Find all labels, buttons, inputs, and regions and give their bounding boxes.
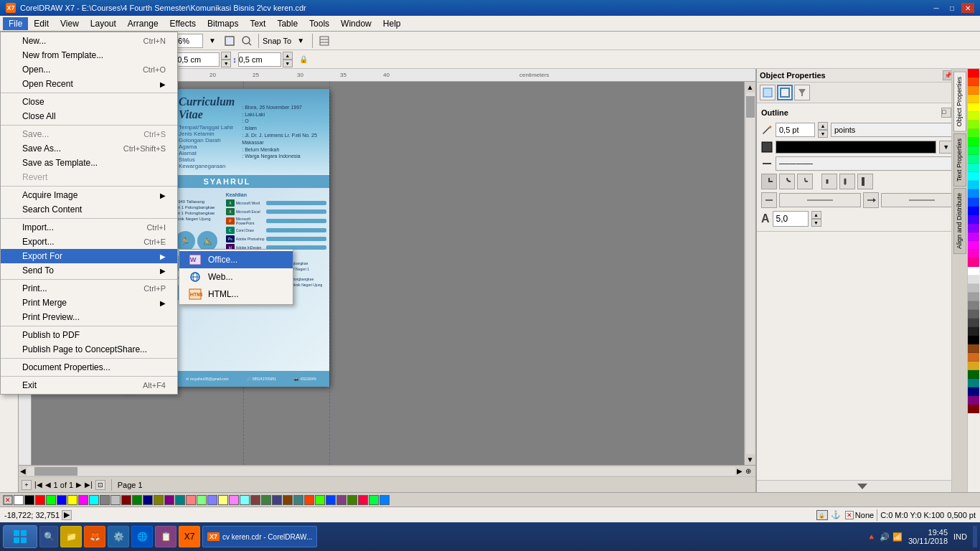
corner-miter-btn[interactable] xyxy=(761,174,777,189)
scroll-thumb[interactable] xyxy=(746,96,755,118)
scroll-right-btn[interactable]: ▶ xyxy=(737,467,743,475)
menu-save[interactable]: Save... Ctrl+S xyxy=(1,127,177,141)
file-explorer-btn[interactable]: 📁 xyxy=(60,526,82,547)
y-down[interactable]: ▼ xyxy=(283,60,293,67)
snap-dropdown-btn[interactable]: ▼ xyxy=(293,33,308,49)
palette-swatch[interactable] xyxy=(380,495,390,505)
show-desktop-btn[interactable] xyxy=(973,526,977,547)
menu-bitmaps[interactable]: Bitmaps xyxy=(202,17,244,30)
lock-btn[interactable]: 🔒 xyxy=(296,52,311,67)
palette-swatch[interactable] xyxy=(186,495,196,505)
palette-swatch[interactable] xyxy=(89,495,99,505)
zoom-reset-btn[interactable]: ⊕ xyxy=(743,467,754,475)
color-swatch[interactable] xyxy=(968,353,979,362)
y-input[interactable] xyxy=(238,52,281,67)
options-btn1[interactable] xyxy=(316,33,332,49)
color-swatch[interactable] xyxy=(968,344,979,353)
search-taskbar-btn[interactable]: 🔍 xyxy=(39,526,58,547)
arrow-none-end-btn[interactable] xyxy=(863,192,879,208)
menu-send-to[interactable]: Send To ▶ xyxy=(1,263,177,278)
corner-round-btn[interactable] xyxy=(779,174,795,189)
cap-round-btn[interactable] xyxy=(839,174,855,189)
color-swatch[interactable] xyxy=(968,155,979,164)
expand-btn[interactable] xyxy=(757,480,967,492)
menu-print-preview[interactable]: Print Preview... xyxy=(1,310,177,324)
settings-btn[interactable]: ⚙️ xyxy=(108,526,129,547)
start-btn[interactable] xyxy=(3,525,37,548)
menu-print[interactable]: Print... Ctrl+P xyxy=(1,281,177,296)
arrow-end-select[interactable] xyxy=(881,193,963,207)
corner-bevel-btn[interactable] xyxy=(797,174,813,189)
palette-swatch[interactable] xyxy=(218,495,228,505)
outline-unit-select[interactable]: points xyxy=(831,123,963,137)
tray-icon2[interactable]: 🔊 xyxy=(880,532,890,542)
palette-swatch[interactable] xyxy=(369,495,379,505)
color-swatch[interactable] xyxy=(968,77,979,86)
color-swatch[interactable] xyxy=(968,250,979,258)
menu-search-content[interactable]: Search Content xyxy=(1,202,177,217)
color-swatch[interactable] xyxy=(968,112,979,121)
palette-swatch[interactable] xyxy=(121,495,131,505)
color-swatch[interactable] xyxy=(968,293,979,301)
vtab-align[interactable]: Align and Distribute xyxy=(953,188,966,254)
notes-btn[interactable]: 📋 xyxy=(155,526,176,547)
maximize-button[interactable]: □ xyxy=(946,3,958,13)
color-swatch[interactable] xyxy=(968,86,979,95)
outline-size-down[interactable]: ▼ xyxy=(818,130,828,138)
y-up[interactable]: ▲ xyxy=(283,52,293,60)
status-none-icon[interactable]: ✕ xyxy=(845,511,854,519)
color-swatch[interactable] xyxy=(968,138,979,146)
tray-icon3[interactable]: 📶 xyxy=(892,532,903,542)
palette-swatch[interactable] xyxy=(347,495,357,505)
menu-effects[interactable]: Effects xyxy=(164,17,202,30)
palette-swatch[interactable] xyxy=(336,495,347,505)
menu-export[interactable]: Export... Ctrl+E xyxy=(1,235,177,249)
font-size-up[interactable]: ▲ xyxy=(811,211,821,219)
palette-swatch[interactable] xyxy=(358,495,368,505)
menu-new[interactable]: New... Ctrl+N xyxy=(1,34,177,48)
palette-swatch[interactable] xyxy=(304,495,314,505)
palette-swatch[interactable] xyxy=(67,495,77,505)
page-last-btn[interactable]: ▶| xyxy=(85,481,93,489)
arrow-none-start-btn[interactable] xyxy=(761,192,777,208)
menu-open[interactable]: Open... Ctrl+O xyxy=(1,62,177,77)
color-swatch[interactable] xyxy=(968,181,979,189)
color-swatch[interactable] xyxy=(968,232,979,241)
menu-doc-props[interactable]: Document Properties... xyxy=(1,360,177,375)
page-add-btn[interactable]: + xyxy=(22,480,32,490)
x-input[interactable] xyxy=(176,52,220,67)
color-swatch[interactable] xyxy=(968,362,979,370)
color-swatch[interactable] xyxy=(968,310,979,319)
color-swatch[interactable] xyxy=(968,319,979,327)
coords-info-btn[interactable]: ▶ xyxy=(62,510,72,520)
h-scroll-thumb[interactable] xyxy=(34,467,77,476)
palette-swatch[interactable] xyxy=(207,495,217,505)
menu-arrange[interactable]: Arrange xyxy=(122,17,164,30)
palette-swatch[interactable] xyxy=(143,495,153,505)
page-next-btn[interactable]: ▶ xyxy=(76,481,82,489)
color-swatch[interactable] xyxy=(968,387,979,396)
export-html[interactable]: HTML HTML... xyxy=(179,286,293,303)
palette-swatch[interactable] xyxy=(250,495,260,505)
outline-size-up[interactable]: ▲ xyxy=(818,122,828,130)
arrow-start-select[interactable] xyxy=(779,193,861,207)
color-swatch[interactable] xyxy=(968,164,979,172)
menu-edit[interactable]: Edit xyxy=(28,17,55,30)
page-prev-btn[interactable]: ◀ xyxy=(45,481,51,489)
color-swatch[interactable] xyxy=(968,95,979,103)
minimize-button[interactable]: ─ xyxy=(930,3,943,13)
palette-swatch[interactable] xyxy=(110,495,121,505)
font-size-input[interactable] xyxy=(773,211,809,227)
outline-expand-btn[interactable]: □ xyxy=(941,108,951,118)
color-swatch[interactable] xyxy=(968,370,979,379)
color-swatch[interactable] xyxy=(968,379,979,387)
color-swatch[interactable] xyxy=(968,189,979,198)
cap-butt-btn[interactable] xyxy=(821,174,837,189)
menu-exit[interactable]: Exit Alt+F4 xyxy=(1,378,177,392)
x-down[interactable]: ▼ xyxy=(221,60,231,67)
tab-fill-icon[interactable] xyxy=(760,85,776,100)
menu-acquire[interactable]: Acquire Image ▶ xyxy=(1,188,177,202)
color-swatch[interactable] xyxy=(968,198,979,207)
export-web[interactable]: Web... xyxy=(179,268,293,286)
menu-revert[interactable]: Revert xyxy=(1,170,177,184)
